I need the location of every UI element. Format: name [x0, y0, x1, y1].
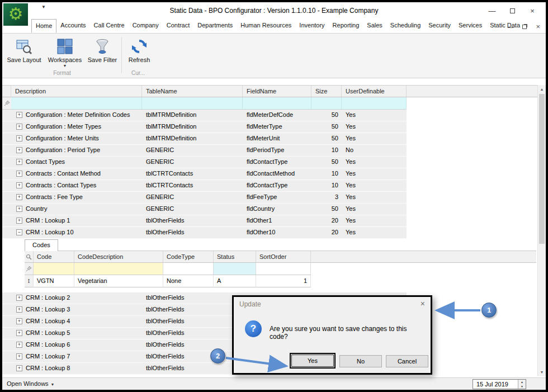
cell-userdefinable[interactable]: Yes — [342, 110, 407, 121]
subgrid-column-codedescription[interactable]: CodeDescription — [74, 251, 163, 262]
ribbon-tab[interactable]: Home — [31, 19, 56, 33]
expand-icon[interactable] — [16, 147, 22, 153]
spinner-down-icon[interactable]: ▼ — [518, 384, 526, 389]
doc-minimize-button[interactable]: — — [507, 23, 513, 30]
cell-fieldname[interactable]: fldMeterDefCode — [243, 110, 311, 121]
cell-description[interactable]: Country — [11, 204, 142, 215]
cell-tablename[interactable]: GENERIC — [142, 157, 243, 168]
expand-icon[interactable] — [16, 306, 22, 313]
cell-description[interactable]: Configuration : Meter Units — [11, 133, 142, 144]
scroll-up-icon[interactable]: ▲ — [538, 85, 546, 93]
cell-fieldname[interactable]: fldCountry — [243, 204, 311, 215]
cell-size[interactable]: 50 — [311, 204, 342, 215]
expand-icon[interactable] — [16, 342, 22, 348]
scrollbar-thumb[interactable] — [539, 94, 545, 244]
filter-cell-fieldname[interactable] — [243, 97, 311, 110]
cell-tablename[interactable]: tblOtherFields — [142, 227, 243, 238]
expand-icon[interactable] — [16, 171, 22, 177]
cell-tablename[interactable]: tblMTRMDefinition — [142, 110, 243, 121]
cell-userdefinable[interactable]: Yes — [342, 180, 407, 191]
ribbon-tab[interactable]: Scheduling — [386, 19, 424, 33]
cell-fieldname[interactable]: fldOther1 — [243, 215, 311, 226]
column-header-description[interactable]: Description — [11, 86, 142, 97]
expand-icon[interactable] — [16, 353, 22, 360]
cell-tablename[interactable]: tblMTRMDefinition — [142, 133, 243, 144]
cell-size[interactable]: 50 — [311, 133, 342, 144]
subgrid-filter-codedescription[interactable] — [74, 263, 163, 275]
open-windows-button[interactable]: Open Windows▼ — [7, 380, 55, 387]
filter-cell-size[interactable] — [311, 97, 342, 110]
table-row[interactable]: Contact Types GENERIC fldContactType 50 … — [2, 157, 407, 168]
scroll-down-icon[interactable]: ▼ — [538, 368, 546, 376]
subgrid-cell-sortorder[interactable]: 1 — [256, 275, 311, 287]
ribbon-tab[interactable]: Security — [424, 19, 455, 33]
subgrid-search-icon[interactable] — [25, 251, 34, 262]
ribbon-tab[interactable]: Human Resources — [237, 19, 295, 33]
doc-close-button[interactable]: × — [536, 22, 540, 31]
expand-icon[interactable] — [16, 112, 22, 118]
cell-tablename[interactable]: tblOtherFields — [142, 339, 243, 351]
table-row[interactable]: Configuration : Period Type GENERIC fldP… — [2, 145, 407, 157]
cell-tablename[interactable]: tblOtherFields — [142, 304, 243, 315]
cell-description[interactable]: Contracts : Fee Type — [11, 192, 142, 203]
cell-fieldname[interactable]: fldContactType — [243, 157, 311, 168]
subgrid-column-code[interactable]: Code — [34, 251, 74, 262]
ribbon-tab[interactable]: Services — [455, 19, 486, 33]
cell-tablename[interactable]: GENERIC — [142, 192, 243, 203]
cell-tablename[interactable]: tblOtherFields — [142, 351, 243, 362]
ribbon-tab[interactable]: Inventory — [295, 19, 328, 33]
table-row[interactable]: CRM : Lookup 1 tblOtherFields fldOther1 … — [2, 215, 407, 227]
cell-size[interactable]: 10 — [311, 168, 342, 180]
cell-description[interactable]: Contracts : Contact Types — [11, 180, 142, 191]
quick-access-dropdown-icon[interactable]: ▼ — [41, 4, 46, 10]
date-editor[interactable]: 15 Jul 2019 ▲ ▼ — [473, 379, 526, 389]
subgrid-filter-codetype[interactable] — [163, 263, 214, 275]
ribbon-tab[interactable]: Departments — [193, 19, 237, 33]
expand-icon[interactable] — [16, 295, 22, 301]
filter-cell-tablename[interactable] — [142, 97, 243, 110]
ribbon-tab[interactable]: Contract — [163, 19, 194, 33]
cell-size[interactable]: 20 — [311, 215, 342, 226]
cell-description[interactable]: CRM : Lookup 2 — [11, 292, 142, 304]
cell-description[interactable]: Contracts : Contact Method — [11, 168, 142, 180]
expand-icon[interactable] — [16, 218, 22, 224]
filter-cell-userdefinable[interactable] — [342, 97, 407, 110]
table-row[interactable]: Contracts : Contact Method tblCTRTContac… — [2, 168, 407, 180]
dialog-close-icon[interactable]: × — [421, 299, 425, 308]
cell-userdefinable[interactable]: Yes — [342, 227, 407, 238]
subgrid-column-codetype[interactable]: CodeType — [163, 251, 214, 262]
cell-fieldname[interactable]: fldContactMethod — [243, 168, 311, 180]
cell-tablename[interactable]: tblOtherFields — [142, 316, 243, 327]
cell-description[interactable]: Contact Types — [11, 157, 142, 168]
yes-button[interactable]: Yes — [291, 355, 334, 367]
cell-description[interactable]: Configuration : Period Type — [11, 145, 142, 156]
minimize-button[interactable]: — — [482, 7, 502, 15]
cell-userdefinable[interactable]: Yes — [342, 168, 407, 180]
subgrid-cell-codedescription[interactable]: Vegetarian — [74, 275, 163, 287]
table-row[interactable]: Configuration : Meter Types tblMTRMDefin… — [2, 121, 407, 133]
cell-userdefinable[interactable]: Yes — [342, 192, 407, 203]
ribbon-tab[interactable]: Company — [129, 19, 163, 33]
cell-description[interactable]: CRM : Lookup 1 — [11, 215, 142, 226]
cell-tablename[interactable]: GENERIC — [142, 204, 243, 215]
cell-description[interactable]: CRM : Lookup 5 — [11, 328, 142, 339]
maximize-button[interactable] — [502, 7, 522, 15]
cell-tablename[interactable]: tblOtherFields — [142, 328, 243, 339]
save-layout-button[interactable]: Save Layout — [4, 36, 44, 64]
cell-description[interactable]: CRM : Lookup 10 — [11, 227, 142, 238]
subgrid-data-row[interactable]: I VGTN Vegetarian None A 1 — [25, 275, 536, 287]
cell-size[interactable]: 10 — [311, 180, 342, 191]
column-header-fieldname[interactable]: FieldName — [243, 86, 311, 97]
expand-icon[interactable] — [16, 124, 22, 130]
cell-tablename[interactable]: GENERIC — [142, 145, 243, 156]
codes-tab[interactable]: Codes — [25, 239, 58, 251]
cell-size[interactable]: 3 — [311, 192, 342, 203]
cell-tablename[interactable]: tblMTRMDefinition — [142, 121, 243, 133]
cell-size[interactable]: 50 — [311, 110, 342, 121]
column-header-size[interactable]: Size — [311, 86, 342, 97]
cell-userdefinable[interactable]: Yes — [342, 215, 407, 226]
subgrid-filter-status[interactable] — [214, 263, 256, 275]
cell-tablename[interactable]: tblCTRTContacts — [142, 180, 243, 191]
cell-fieldname[interactable]: fldOther10 — [243, 227, 311, 238]
filter-cell-description[interactable] — [11, 97, 142, 110]
